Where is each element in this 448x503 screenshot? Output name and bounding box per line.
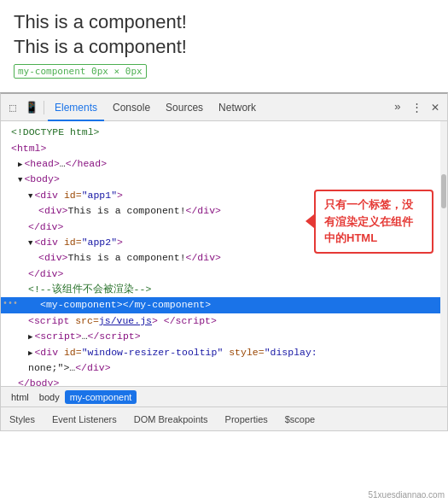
tab-console[interactable]: Console	[106, 94, 157, 121]
callout-tooltip: 只有一个标签，没有渲染定义在组件中的HTML	[314, 190, 433, 254]
scrollbar[interactable]	[440, 121, 447, 386]
component-badge: my-component 0px × 0px	[14, 64, 147, 79]
triangle-head[interactable]: ▶	[18, 159, 22, 171]
tab-elements[interactable]: Elements	[48, 94, 104, 121]
tab-styles[interactable]: Styles	[1, 407, 44, 431]
comment-line: <!--该组件不会被渲染-->	[1, 282, 447, 297]
script2-line: ▶<script>…</script>	[1, 329, 447, 344]
html-open-line: <html>	[1, 141, 447, 156]
menu-icon[interactable]: ⋮	[408, 99, 425, 116]
bottom-tabs: Styles Event Listeners DOM Breakpoints P…	[1, 406, 447, 430]
tooltip-none-line: none;">…</div>	[1, 360, 447, 376]
tab-event-listeners[interactable]: Event Listeners	[44, 407, 125, 431]
triangle-app2[interactable]: ▼	[28, 237, 32, 249]
html-doctype-line: <!DOCTYPE html>	[1, 125, 447, 140]
breadcrumb-html[interactable]: html	[6, 390, 34, 404]
head-line: ▶<head>…</head>	[1, 156, 447, 172]
page-title: This is a component! This is a component…	[14, 10, 434, 59]
tab-network[interactable]: Network	[212, 94, 263, 121]
my-component-line[interactable]: ••• <my-component></my-component>	[1, 297, 447, 313]
toolbar-more: » ⋮ ✕	[389, 99, 444, 116]
elements-panel-wrapper: <!DOCTYPE html> <html> ▶<head>…</head> ▼…	[1, 121, 447, 386]
devtools-panel: ⬚ 📱 Elements Console Sources Network » ⋮…	[0, 92, 448, 431]
elements-panel: <!DOCTYPE html> <html> ▶<head>…</head> ▼…	[1, 121, 447, 386]
inspect-icon[interactable]: ⬚	[4, 99, 21, 116]
script-vue-line: <script src=js/vue.js> </script>	[1, 313, 447, 329]
triangle-tooltip[interactable]: ▶	[28, 348, 32, 360]
tab-properties[interactable]: Properties	[217, 407, 276, 431]
top-area: This is a component! This is a component…	[0, 0, 448, 85]
breadcrumb-bar: html body my-component	[1, 386, 447, 406]
watermark: 51xuesdiannao.com	[368, 490, 445, 500]
tab-scope[interactable]: $scope	[276, 407, 323, 431]
triangle-app1[interactable]: ▼	[28, 190, 32, 202]
breadcrumb-body[interactable]: body	[34, 390, 65, 404]
devtools-toolbar: ⬚ 📱 Elements Console Sources Network » ⋮…	[1, 94, 447, 121]
tab-dom-breakpoints[interactable]: DOM Breakpoints	[125, 407, 217, 431]
breadcrumb-my-component[interactable]: my-component	[65, 390, 137, 404]
device-icon[interactable]: 📱	[23, 99, 40, 116]
scrollbar-thumb[interactable]	[441, 174, 446, 208]
app2-close-line: </div>	[1, 266, 447, 282]
vue-script-link[interactable]: js/vue.js	[99, 315, 152, 326]
body-open-line: ▼<body>	[1, 172, 447, 187]
tab-sources[interactable]: Sources	[159, 94, 210, 121]
triangle-body[interactable]: ▼	[18, 174, 22, 186]
close-button[interactable]: ✕	[427, 99, 444, 116]
body-close-line: </body>	[1, 376, 447, 386]
dots-indicator: •••	[3, 297, 18, 311]
tooltip-div-line: ▶<div id="window-resizer-tooltip" style=…	[1, 345, 447, 360]
divider	[44, 101, 44, 114]
more-tabs-icon[interactable]: »	[389, 99, 406, 116]
triangle-script2[interactable]: ▶	[28, 331, 32, 343]
